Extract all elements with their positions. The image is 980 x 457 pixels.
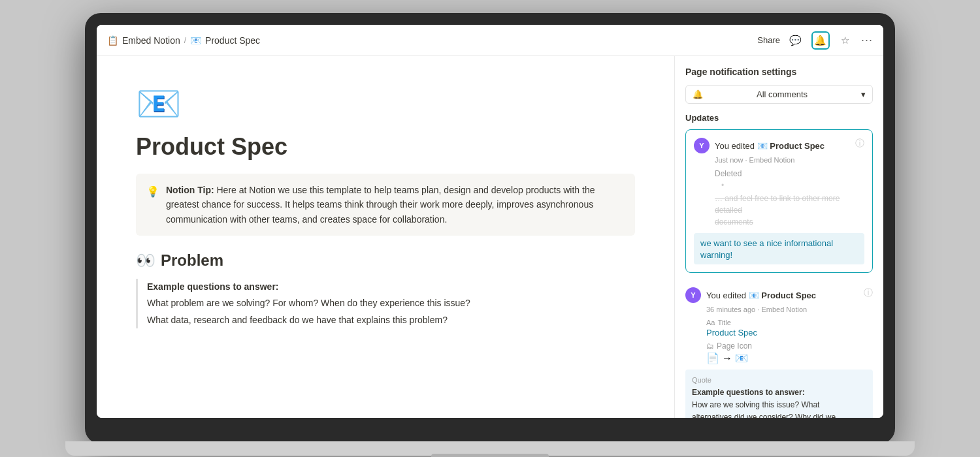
laptop-base — [65, 441, 915, 456]
quote-text: Example questions to answer: How are we … — [692, 386, 866, 418]
update1-user: Y You edited 📧 Product Spec — [694, 138, 825, 153]
update2-info-icon[interactable]: ⓘ — [864, 287, 873, 299]
update1-page-emoji: 📧 — [757, 141, 768, 151]
update2-page-emoji: 📧 — [749, 291, 759, 300]
update2-action: You edited 📧 Product Spec — [706, 291, 816, 300]
select-label: All comments — [757, 89, 808, 99]
panel-title: Page notification settings — [685, 67, 873, 77]
laptop-screen: 📋 Embed Notion / 📧 Product Spec Share 💬 … — [97, 25, 883, 418]
breadcrumb-icon2: 📧 — [190, 35, 201, 46]
update2-field-label: Aa Title — [706, 319, 873, 326]
icon-arrow: → — [722, 353, 732, 364]
update1-time: Just now — [715, 156, 743, 164]
breadcrumb-icon1: 📋 — [107, 35, 118, 46]
quote-label: Quote — [692, 376, 866, 384]
right-panel: Page notification settings 🔔 All comment… — [674, 56, 883, 418]
update1-deleted-bullet: • — [721, 181, 864, 190]
update-card-1: Y You edited 📧 Product Spec ⓘ Just now · — [685, 129, 873, 273]
icon-label-text: Page Icon — [717, 341, 752, 351]
tip-box: 💡 Notion Tip: Here at Notion we use this… — [136, 174, 635, 236]
avatar-2: Y — [685, 287, 701, 303]
page-icon: 📧 — [136, 82, 635, 125]
notification-select[interactable]: 🔔 All comments ▾ — [685, 85, 873, 104]
callout-bold: Example questions to answer: — [147, 279, 635, 295]
share-button[interactable]: Share — [757, 35, 780, 45]
update2-title-value: Product Spec — [706, 328, 873, 338]
breadcrumb-separator: / — [184, 36, 186, 45]
update2-header: Y You edited 📧 Product Spec ⓘ — [685, 287, 873, 303]
update2-time: 36 minutes ago — [706, 306, 755, 313]
update-card-2: Y You edited 📧 Product Spec ⓘ 36 minutes… — [685, 281, 873, 418]
updates-label: Updates — [685, 113, 873, 123]
update1-strike-line2: documents — [715, 217, 753, 227]
field-label-text: Title — [717, 319, 730, 326]
main-area: 📧 Product Spec 💡 Notion Tip: Here at Not… — [97, 56, 883, 418]
laptop-frame: 📋 Embed Notion / 📧 Product Spec Share 💬 … — [85, 13, 895, 444]
bell-small-icon: 🔔 — [693, 89, 703, 99]
update2-icon-label: 🗂 Page Icon — [706, 341, 873, 351]
update2-meta: 36 minutes ago · Embed Notion — [706, 306, 873, 313]
update2-icon-change: 📄 → 📧 — [706, 352, 873, 364]
select-arrow: ▾ — [861, 89, 866, 99]
update1-action: You edited 📧 Product Spec — [715, 141, 825, 151]
update2-quote-box: Quote Example questions to answer: How a… — [685, 370, 873, 418]
update1-highlight-text: we want to see a nice informational warn… — [700, 238, 833, 260]
update1-info-icon[interactable]: ⓘ — [855, 138, 864, 150]
more-menu-button[interactable]: ··· — [861, 33, 873, 47]
page-title: Product Spec — [136, 133, 635, 161]
tip-bold: Notion Tip: — [166, 185, 214, 195]
update1-meta: Just now · Embed Notion — [715, 156, 864, 164]
update1-header: Y You edited 📧 Product Spec ⓘ — [694, 138, 864, 153]
update1-highlight: we want to see a nice informational warn… — [694, 233, 864, 264]
tip-icon: 💡 — [146, 183, 159, 227]
icon-to: 📧 — [735, 352, 748, 364]
icon-from: 📄 — [706, 352, 719, 364]
update1-page-name: Product Spec — [770, 141, 825, 151]
avatar-1: Y — [694, 138, 710, 153]
quote-line2: alternatives did we consider? Why did we — [692, 413, 836, 418]
problem-section-title: 👀 Problem — [136, 251, 635, 270]
update1-strike-line1: … and feel free to link to other more de… — [715, 194, 840, 215]
update2-action-text: You edited — [706, 291, 746, 300]
breadcrumb-text1[interactable]: Embed Notion — [122, 35, 180, 46]
update1-workspace: Embed Notion — [749, 156, 795, 164]
field-label-icon: Aa — [706, 319, 715, 326]
topbar: 📋 Embed Notion / 📧 Product Spec Share 💬 … — [97, 25, 883, 56]
icon-page-icon: 🗂 — [706, 341, 714, 351]
quote-bold: Example questions to answer: — [692, 388, 805, 397]
quote-line1: How are we solving this issue? What — [692, 400, 819, 409]
callout-line1: What problem are we solving? For whom? W… — [147, 295, 635, 311]
breadcrumb: 📋 Embed Notion / 📧 Product Spec — [107, 35, 260, 46]
update1-deleted-label: Deleted — [715, 169, 864, 178]
bell-icon-btn[interactable]: 🔔 — [811, 31, 830, 50]
comment-icon-btn[interactable]: 💬 — [787, 31, 805, 50]
breadcrumb-text2[interactable]: Product Spec — [205, 35, 260, 46]
callout-line2: What data, research and feedback do we h… — [147, 312, 635, 328]
star-icon-btn[interactable]: ☆ — [836, 31, 855, 50]
update2-page-name: Product Spec — [761, 291, 816, 300]
topbar-actions: Share 💬 🔔 ☆ ··· — [757, 31, 873, 50]
update2-user: Y You edited 📧 Product Spec — [685, 287, 816, 303]
update1-strikethrough: … and feel free to link to other more de… — [715, 193, 864, 228]
problem-callout: Example questions to answer: What proble… — [136, 279, 635, 328]
update1-action-text: You edited — [715, 141, 755, 151]
laptop-notch — [431, 454, 549, 457]
page-content: 📧 Product Spec 💡 Notion Tip: Here at Not… — [97, 56, 674, 418]
problem-title-text: Problem — [161, 251, 223, 270]
problem-emoji: 👀 — [136, 251, 155, 270]
tip-text: Here at Notion we use this template to h… — [166, 185, 595, 225]
update2-workspace: Embed Notion — [761, 306, 807, 313]
tip-content: Notion Tip: Here at Notion we use this t… — [166, 183, 625, 227]
